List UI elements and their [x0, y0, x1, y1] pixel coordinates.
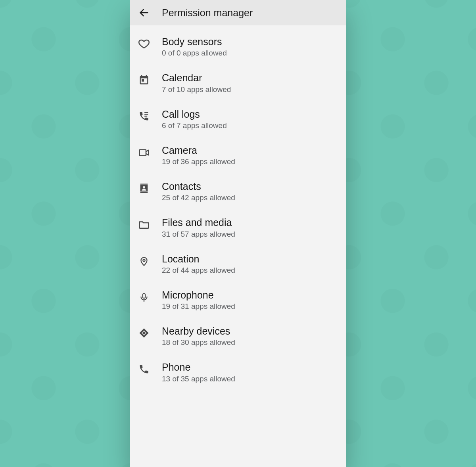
permission-title: Calendar: [162, 72, 339, 84]
permission-subtitle: 13 of 35 apps allowed: [162, 375, 339, 383]
permission-text: Location22 of 44 apps allowed: [162, 253, 339, 275]
nearby-icon: [137, 327, 151, 339]
calllogs-icon: [137, 111, 151, 122]
permission-title: Contacts: [162, 180, 339, 193]
permission-row-heart[interactable]: Body sensors0 of 0 apps allowed: [130, 29, 346, 65]
permission-subtitle: 19 of 31 apps allowed: [162, 302, 339, 311]
permission-row-mic[interactable]: Microphone19 of 31 apps allowed: [130, 282, 346, 318]
permission-title: Body sensors: [162, 36, 339, 48]
permission-subtitle: 0 of 0 apps allowed: [162, 49, 339, 57]
permission-title: Location: [162, 253, 339, 265]
permission-row-camera[interactable]: Camera19 of 36 apps allowed: [130, 137, 346, 173]
folder-icon: [137, 219, 151, 231]
permission-text: Camera19 of 36 apps allowed: [162, 144, 339, 166]
permission-subtitle: 25 of 42 apps allowed: [162, 193, 339, 202]
heart-icon: [137, 38, 151, 50]
permission-row-location[interactable]: Location22 of 44 apps allowed: [130, 246, 346, 282]
permission-subtitle: 7 of 10 apps allowed: [162, 85, 339, 94]
phone-frame: Permission manager Body sensors0 of 0 ap…: [130, 0, 346, 467]
svg-point-7: [143, 259, 145, 261]
permission-text: Call logs6 of 7 apps allowed: [162, 108, 339, 130]
camera-icon: [137, 147, 151, 159]
arrow-back-icon: [138, 7, 150, 18]
svg-rect-6: [140, 192, 148, 193]
permission-row-folder[interactable]: Files and media31 of 57 apps allowed: [130, 209, 346, 245]
permission-title: Nearby devices: [162, 325, 339, 337]
svg-rect-4: [140, 149, 146, 155]
permission-text: Contacts25 of 42 apps allowed: [162, 180, 339, 202]
permission-subtitle: 18 of 30 apps allowed: [162, 338, 339, 347]
svg-rect-3: [144, 115, 147, 116]
location-icon: [137, 255, 151, 267]
permission-title: Call logs: [162, 108, 339, 121]
permission-text: Nearby devices18 of 30 apps allowed: [162, 325, 339, 347]
permission-row-contacts[interactable]: Contacts25 of 42 apps allowed: [130, 173, 346, 209]
contacts-icon: [137, 183, 151, 194]
permission-row-phone[interactable]: Phone13 of 35 apps allowed: [130, 354, 346, 390]
permission-text: Microphone19 of 31 apps allowed: [162, 289, 339, 311]
calendar-icon: [137, 74, 151, 85]
permission-text: Files and media31 of 57 apps allowed: [162, 216, 339, 238]
permission-text: Body sensors0 of 0 apps allowed: [162, 36, 339, 57]
back-button[interactable]: [137, 6, 151, 19]
app-bar: Permission manager: [130, 0, 346, 25]
permission-row-nearby[interactable]: Nearby devices18 of 30 apps allowed: [130, 318, 346, 354]
permission-title: Microphone: [162, 289, 339, 301]
permission-row-calendar[interactable]: Calendar7 of 10 apps allowed: [130, 65, 346, 101]
phone-icon: [137, 364, 151, 375]
svg-rect-1: [144, 112, 148, 113]
permission-text: Calendar7 of 10 apps allowed: [162, 72, 339, 94]
page-title: Permission manager: [162, 7, 253, 19]
permission-title: Files and media: [162, 216, 339, 229]
permission-subtitle: 19 of 36 apps allowed: [162, 157, 339, 166]
mic-icon: [137, 291, 151, 303]
svg-rect-5: [140, 184, 148, 184]
permission-list: Body sensors0 of 0 apps allowed Calendar…: [130, 25, 346, 467]
svg-rect-8: [143, 293, 146, 298]
permission-row-calllogs[interactable]: Call logs6 of 7 apps allowed: [130, 101, 346, 137]
svg-rect-2: [144, 114, 148, 115]
permission-title: Phone: [162, 361, 339, 373]
permission-text: Phone13 of 35 apps allowed: [162, 361, 339, 383]
permission-title: Camera: [162, 144, 339, 157]
permission-subtitle: 31 of 57 apps allowed: [162, 230, 339, 239]
permission-subtitle: 6 of 7 apps allowed: [162, 121, 339, 130]
permission-subtitle: 22 of 44 apps allowed: [162, 266, 339, 275]
